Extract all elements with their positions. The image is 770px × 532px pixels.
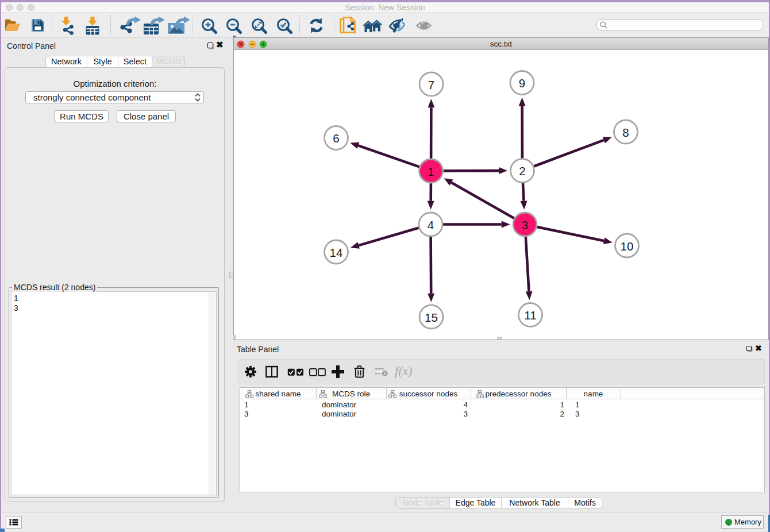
svg-text:3: 3 xyxy=(522,218,528,232)
svg-text:8: 8 xyxy=(622,126,629,139)
svg-text:14: 14 xyxy=(330,246,343,259)
svg-text:6: 6 xyxy=(333,132,339,145)
svg-text:4: 4 xyxy=(428,218,434,232)
svg-text:10: 10 xyxy=(621,240,634,253)
svg-text:9: 9 xyxy=(519,76,525,90)
svg-text:1: 1 xyxy=(428,165,434,178)
svg-text:7: 7 xyxy=(428,78,434,91)
svg-text:2: 2 xyxy=(519,164,525,178)
svg-text:11: 11 xyxy=(524,309,536,322)
svg-text:15: 15 xyxy=(425,311,438,324)
